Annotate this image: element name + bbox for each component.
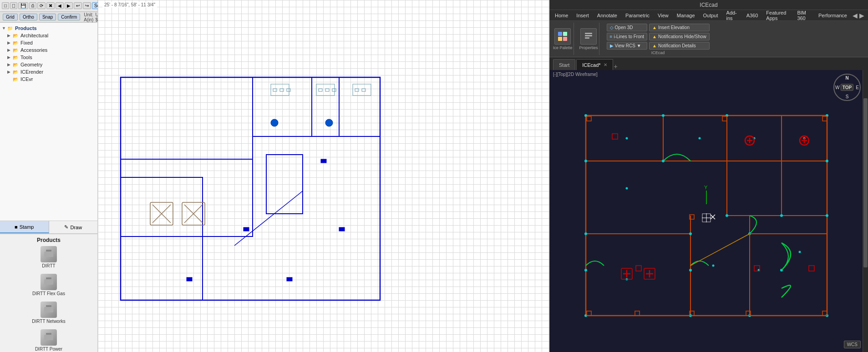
menu-featured[interactable]: Featured Apps (762, 9, 792, 22)
notifications-hide-button[interactable]: ▲ Notifications Hide/Show (649, 33, 710, 40)
svg-point-69 (689, 232, 692, 235)
menu-parametric[interactable]: Parametric (622, 12, 653, 19)
compass-e: E (856, 85, 859, 90)
toolbar-icon-5[interactable]: ⟳ (37, 2, 46, 9)
svg-point-79 (689, 269, 692, 272)
maximize-button[interactable]: ▶ (859, 12, 864, 19)
menu-a360[interactable]: A360 (743, 12, 762, 19)
svg-point-87 (699, 137, 701, 140)
svg-rect-44 (558, 37, 562, 41)
menu-home[interactable]: Home (551, 12, 572, 19)
scrollbar-thumb[interactable] (863, 98, 868, 267)
tab-start[interactable]: Start (553, 59, 575, 70)
left-panel: □ ⎕ 💾 ⎙ ⟳ ✖ ◀ ▶ ↩ ↪ Select Zoom Pan Grid… (0, 0, 98, 352)
svg-rect-15 (266, 155, 303, 214)
svg-point-68 (584, 232, 587, 235)
tree-item-architectural[interactable]: ▶ 📂 Architectural (0, 32, 97, 39)
draw-button[interactable]: ✎ Draw (49, 221, 98, 233)
svg-rect-21 (287, 277, 292, 281)
svg-rect-48 (585, 37, 589, 39)
tree-item-fixed[interactable]: ▶ 📂 Fixed (0, 39, 97, 46)
svg-rect-12 (339, 77, 380, 136)
open-3d-button[interactable]: ◇ Open 3D (607, 24, 648, 31)
toolbar-icon-8[interactable]: ▶ (65, 2, 73, 9)
stamp-button[interactable]: ■ Stamp (0, 221, 49, 233)
product-item-dirtt-networks[interactable]: DIRTT Networks (2, 302, 96, 324)
view-rcs-icon: ▶ (610, 43, 614, 48)
menu-insert[interactable]: Insert (573, 12, 593, 19)
product-item-dirtt-flex[interactable]: DIRTT Flex Gas (2, 274, 96, 296)
ice-canvas[interactable]: [-][Top][2D Wireframe] (549, 70, 868, 352)
svg-rect-31 (280, 89, 284, 91)
svg-point-74 (780, 214, 783, 217)
svg-rect-6 (44, 335, 53, 340)
folder-icon-fixed: 📂 (13, 40, 19, 45)
toolbar-icon-3[interactable]: 💾 (18, 2, 28, 9)
toolbar-icon-6[interactable]: ✖ (46, 2, 55, 9)
menu-annotate[interactable]: Annotate (594, 12, 621, 19)
svg-rect-30 (273, 89, 277, 91)
svg-rect-0 (44, 251, 53, 257)
svg-point-67 (826, 160, 828, 162)
menu-performance[interactable]: Performance (815, 12, 851, 19)
product-item-dirtt-power[interactable]: DIRTT Power (2, 329, 96, 352)
notif-details-icon: ▲ (652, 43, 657, 48)
view-rcs-button[interactable]: ▶ View RCS ▼ (607, 42, 648, 50)
top-toolbar: □ ⎕ 💾 ⎙ ⟳ ✖ ◀ ▶ ↩ ↪ Select Zoom Pan (0, 0, 97, 12)
folder-icon-arch: 📂 (13, 33, 19, 38)
floorplan-svg (98, 0, 385, 327)
stamp-draw-row: ■ Stamp ✎ Draw (0, 221, 97, 234)
menu-view[interactable]: View (654, 12, 672, 19)
unit-label: Unit: A(in) (84, 12, 93, 22)
svg-rect-7 (46, 333, 51, 335)
toolbar-icon-redo[interactable]: ↪ (83, 2, 91, 9)
toolbar-icon-4[interactable]: ⎙ (29, 2, 36, 9)
svg-rect-36 (332, 89, 336, 91)
ribbon-group-icecad: ◇ Open 3D ≡ i-Lines to Front ▶ View RCS … (604, 23, 712, 55)
ilines-to-front-button[interactable]: ≡ i-Lines to Front (607, 33, 648, 40)
folder-icon-acc: 📂 (13, 48, 19, 53)
center-panel: 25' - 8 7/16", 58' - 11 3/4" (98, 0, 549, 352)
svg-rect-39 (362, 89, 365, 91)
menu-manage[interactable]: Manage (673, 12, 699, 19)
toolbar-icon-1[interactable]: □ (2, 2, 9, 9)
tree-item-tools[interactable]: ▶ 📂 Tools (0, 54, 97, 61)
snap-button[interactable]: Snap (39, 14, 56, 20)
expand-icon-fixed: ▶ (7, 40, 13, 45)
properties-button[interactable] (580, 28, 597, 45)
products-section-title: Products (2, 237, 96, 243)
ilines-icon: ≡ (610, 34, 613, 39)
ortho-button[interactable]: Ortho (20, 14, 37, 20)
svg-point-40 (271, 119, 278, 126)
svg-line-22 (234, 191, 303, 246)
palette-button[interactable] (554, 28, 571, 45)
product-item-dirtt[interactable]: DIRTT (2, 246, 96, 268)
tree-item-accessories[interactable]: ▶ 📂 Accessories (0, 46, 97, 54)
canvas-area[interactable]: 25' - 8 7/16", 58' - 11 3/4" (98, 0, 549, 352)
tree-item-icevr[interactable]: 📂 ICEvr (0, 75, 97, 83)
svg-text:Y: Y (704, 185, 708, 190)
menu-bim360[interactable]: BIM 360 (793, 9, 814, 22)
tree-item-icerender[interactable]: ▶ 📂 ICErender (0, 68, 97, 75)
minimize-button[interactable]: ◀ (853, 12, 858, 19)
svg-rect-3 (46, 277, 51, 279)
toolbar-icon-7[interactable]: ◀ (56, 2, 64, 9)
confirm-button[interactable]: Confirm (58, 14, 80, 20)
tree-item-geometry[interactable]: ▶ 📂 Geometry (0, 61, 97, 68)
svg-point-62 (662, 114, 665, 117)
toolbar-icon-undo[interactable]: ↩ (74, 2, 82, 9)
vertical-scrollbar[interactable] (863, 70, 868, 352)
tab-icecad[interactable]: ICEcad* ✕ (576, 59, 613, 70)
grid-button[interactable]: Grid (3, 14, 18, 20)
toolbar-icon-2[interactable]: ⎕ (10, 2, 17, 9)
tree-item-products[interactable]: ▼ 📁 Products (0, 25, 97, 32)
draw-icon: ✎ (64, 224, 68, 230)
tab-close-icon[interactable]: ✕ (604, 62, 607, 67)
svg-rect-38 (355, 89, 359, 91)
svg-rect-9 (121, 77, 253, 159)
menu-output[interactable]: Output (700, 12, 722, 19)
insert-elevation-button[interactable]: ▲ Insert Elevation (649, 24, 710, 31)
menu-addins[interactable]: Add-ins (723, 9, 742, 22)
new-tab-button[interactable]: + (614, 63, 618, 70)
notification-details-button[interactable]: ▲ Notification Details (649, 42, 710, 50)
